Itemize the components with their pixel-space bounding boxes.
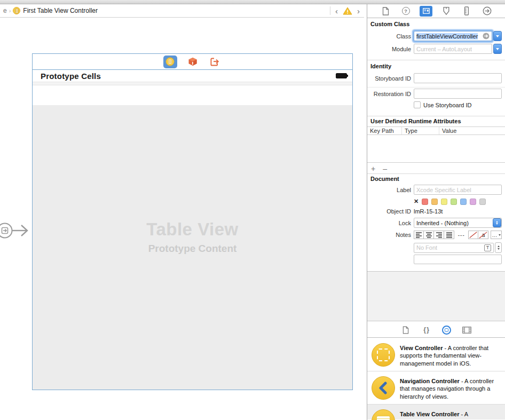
identity-inspector-tab-icon[interactable] (420, 6, 432, 17)
align-center-button[interactable] (424, 231, 434, 239)
remove-attribute-button[interactable]: – (383, 165, 387, 172)
file-template-library-tab-icon[interactable] (400, 324, 412, 335)
prototype-cells-label: Prototype Cells (41, 72, 101, 81)
class-input[interactable]: firstTableViewController (414, 31, 492, 41)
attributes-inspector-tab-icon[interactable] (440, 6, 453, 17)
label-placeholder: Xcode Specific Label (416, 187, 471, 193)
toolbar-bottom-strip (0, 0, 505, 4)
font-placeholder: No Font (416, 244, 437, 251)
clear-color-icon[interactable]: ✕ (414, 198, 419, 205)
size-inspector-tab-icon[interactable] (460, 6, 473, 17)
storyboard-entry-point-arrow[interactable] (0, 216, 32, 245)
align-left-button[interactable] (414, 231, 424, 239)
color-swatch-green[interactable] (451, 199, 457, 205)
lock-row: Lock Inherited - (Nothing) (370, 218, 502, 228)
font-panel-button[interactable]: T (484, 244, 491, 251)
class-value: firstTableViewController (416, 33, 478, 39)
label-row: Label Xcode Specific Label (370, 185, 502, 195)
storyboard-id-input[interactable] (414, 73, 502, 83)
code-snippet-library-tab-icon[interactable]: { } (420, 324, 432, 335)
color-swatch-row: ✕ (414, 198, 486, 205)
color-swatch-blue[interactable] (460, 199, 467, 205)
help-glyph: ? (404, 9, 407, 14)
inspector-tab-bar: ? (367, 4, 505, 18)
storyboard-id-label: Storyboard ID (370, 75, 411, 82)
object-id-label: Object ID (370, 208, 411, 215)
separator (367, 173, 505, 174)
jump-bar: e › First Table View Controller ‹ › (0, 4, 364, 18)
class-label: Class (370, 33, 411, 39)
media-library-tab-icon[interactable] (461, 324, 472, 335)
nav-back-button[interactable]: ‹ (334, 7, 339, 15)
file-inspector-tab-icon[interactable] (379, 6, 392, 17)
view-controller-icon (13, 7, 20, 14)
first-responder-dock-icon[interactable] (186, 56, 200, 68)
table-view-placeholder: Table View Prototype Content (33, 219, 352, 255)
font-input[interactable]: No Font T (414, 243, 494, 253)
notes-row: Notes --- a (370, 231, 502, 239)
storyboard-canvas[interactable]: e › First Table View Controller ‹ › (0, 4, 367, 420)
column-key-path[interactable]: Key Path (367, 127, 402, 134)
color-swatch-orange[interactable] (431, 199, 438, 205)
connections-inspector-tab-icon[interactable] (480, 6, 493, 17)
table-view-content-area[interactable]: Table View Prototype Content (33, 105, 352, 390)
class-row: Class firstTableViewController (370, 31, 502, 41)
library-item-view-controller[interactable]: View Controller - A controller that supp… (367, 338, 505, 371)
lock-popup-button[interactable] (493, 218, 501, 227)
color-swatch-red[interactable] (422, 199, 428, 205)
separator (367, 60, 505, 60)
column-type[interactable]: Type (402, 127, 439, 134)
divider (330, 6, 330, 15)
warning-icon[interactable] (343, 7, 352, 15)
module-dropdown-button[interactable] (493, 44, 502, 54)
label-label: Label (370, 187, 411, 193)
no-text-style-button[interactable]: a (478, 231, 488, 239)
dashes-button[interactable]: --- (456, 231, 467, 239)
more-options-button[interactable]: … (491, 231, 502, 239)
column-value[interactable]: Value (439, 127, 505, 134)
label-input[interactable]: Xcode Specific Label (414, 185, 502, 195)
notes-input[interactable] (414, 255, 502, 264)
font-size-stepper[interactable] (495, 242, 502, 253)
nav-forward-button[interactable]: › (356, 7, 361, 15)
no-fill-button[interactable] (468, 231, 478, 239)
breadcrumb-title[interactable]: First Table View Controller (23, 7, 98, 14)
notes-label: Notes (370, 232, 411, 238)
prototype-cell[interactable] (33, 85, 352, 105)
library-tab-bar: { } (367, 322, 505, 338)
runtime-attributes-controls: + – (371, 165, 502, 172)
module-input[interactable]: Current – AutoLayout (414, 44, 492, 54)
color-swatch-purple[interactable] (470, 199, 476, 205)
lock-popup[interactable]: Inherited - (Nothing) (414, 218, 502, 228)
restoration-id-label: Restoration ID (370, 91, 411, 97)
quick-help-inspector-tab-icon[interactable]: ? (399, 6, 412, 17)
color-swatch-yellow[interactable] (441, 199, 447, 205)
breadcrumb-prefix[interactable]: e (3, 7, 7, 14)
justify-button[interactable] (444, 231, 454, 239)
library-item-table-view-controller[interactable]: Table View Controller - A (367, 405, 505, 419)
table-view-title: Table View (33, 219, 352, 240)
notes-text-row (370, 255, 502, 264)
module-row: Module Current – AutoLayout (370, 44, 502, 54)
align-right-button[interactable] (434, 231, 444, 239)
use-storyboard-id-checkbox[interactable] (414, 101, 421, 108)
exit-dock-icon[interactable] (208, 56, 222, 68)
class-dropdown-button[interactable] (493, 31, 502, 41)
library-item-navigation-controller[interactable]: Navigation Controller - A controller tha… (367, 371, 505, 405)
view-controller-dock-icon[interactable] (163, 56, 177, 68)
table-view-controller-scene[interactable]: Prototype Cells Table View Prototype Con… (32, 53, 353, 390)
object-id-row: Object ID lmR-15-13t (370, 208, 502, 215)
dashes-glyph: --- (458, 232, 465, 238)
add-attribute-button[interactable]: + (371, 165, 375, 172)
module-label: Module (370, 46, 411, 52)
breadcrumb-separator-icon: › (9, 7, 11, 14)
runtime-attributes-table-body[interactable] (367, 135, 505, 163)
restoration-id-input[interactable] (414, 89, 502, 99)
runtime-attributes-table: Key Path Type Value (367, 126, 505, 163)
color-swatch-gray[interactable] (479, 199, 486, 205)
runtime-attributes-table-header: Key Path Type Value (367, 126, 505, 135)
braces-glyph: { } (423, 326, 429, 334)
lock-value: Inherited - (Nothing) (416, 220, 469, 226)
jump-to-class-icon[interactable] (483, 33, 490, 39)
object-library-tab-icon[interactable] (440, 324, 452, 335)
